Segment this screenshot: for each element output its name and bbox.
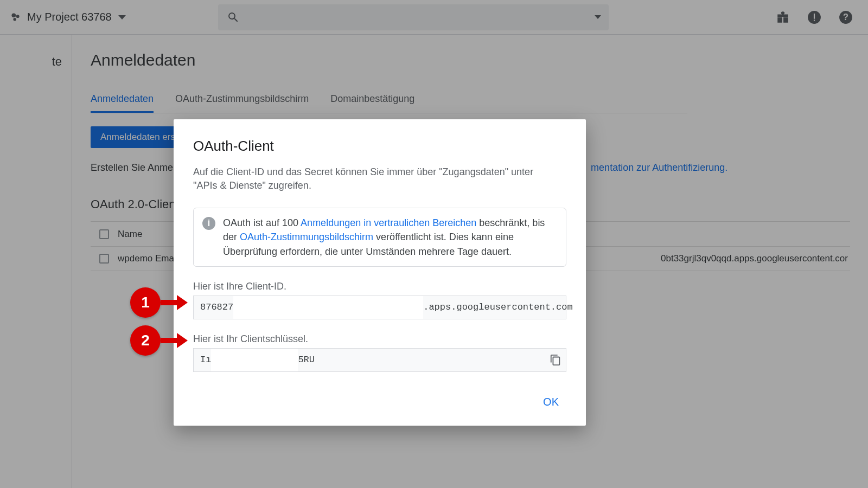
oauth-client-modal: OAuth-Client Auf die Client-ID und das S…	[174, 119, 586, 426]
redacted-area	[233, 296, 423, 319]
client-id-value-right: .apps.googleusercontent.com	[423, 302, 572, 312]
sensitive-scopes-link[interactable]: Anmeldungen in vertraulichen Bereichen	[301, 217, 476, 228]
copy-icon[interactable]	[550, 354, 561, 366]
consent-screen-link[interactable]: OAuth-Zustimmungsbildschirm	[240, 232, 373, 242]
client-secret-label: Hier ist Ihr Clientschlüssel.	[193, 333, 566, 345]
client-secret-value-right: 5RU	[298, 355, 315, 365]
client-id-label: Hier ist Ihre Client-ID.	[193, 281, 566, 292]
info-box: i OAuth ist auf 100 Anmeldungen in vertr…	[193, 208, 566, 266]
info-text: OAuth ist auf 100 Anmeldungen in vertrau…	[223, 216, 555, 258]
client-secret-value-left: Iı	[200, 355, 211, 365]
redacted-area	[211, 349, 298, 371]
info-icon: i	[202, 217, 215, 230]
client-id-field: 876827 .apps.googleusercontent.com	[193, 296, 566, 319]
ok-button[interactable]: OK	[535, 391, 566, 413]
modal-subtitle: Auf die Client-ID und das Secret können …	[193, 165, 540, 192]
client-secret-field: Iı 5RU	[193, 348, 566, 372]
modal-actions: OK	[193, 391, 566, 413]
modal-title: OAuth-Client	[193, 138, 566, 155]
client-id-value-left: 876827	[200, 302, 233, 312]
